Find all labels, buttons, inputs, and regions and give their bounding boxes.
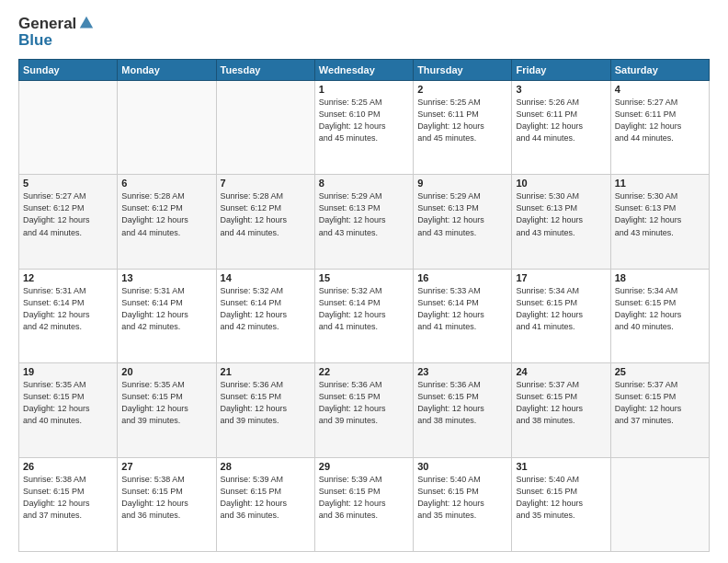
week-row-3: 19Sunrise: 5:35 AM Sunset: 6:15 PM Dayli… — [19, 363, 710, 457]
weekday-header-friday: Friday — [512, 60, 610, 81]
day-number: 17 — [516, 272, 606, 283]
day-number: 7 — [221, 178, 311, 189]
calendar-cell: 27Sunrise: 5:38 AM Sunset: 6:15 PM Dayli… — [118, 457, 216, 551]
calendar-cell — [610, 457, 709, 551]
calendar-cell: 26Sunrise: 5:38 AM Sunset: 6:15 PM Dayli… — [19, 457, 118, 551]
day-number: 21 — [221, 366, 311, 377]
day-number: 14 — [221, 272, 311, 283]
calendar-cell: 8Sunrise: 5:29 AM Sunset: 6:13 PM Daylig… — [314, 175, 413, 269]
day-number: 27 — [121, 461, 211, 472]
day-number: 4 — [615, 84, 705, 95]
cell-content: Sunrise: 5:35 AM Sunset: 6:15 PM Dayligh… — [23, 379, 113, 427]
calendar-cell: 13Sunrise: 5:31 AM Sunset: 6:14 PM Dayli… — [118, 269, 216, 362]
weekday-header-thursday: Thursday — [414, 60, 512, 81]
cell-content: Sunrise: 5:40 AM Sunset: 6:15 PM Dayligh… — [417, 474, 507, 522]
svg-marker-0 — [80, 17, 93, 29]
calendar-cell: 24Sunrise: 5:37 AM Sunset: 6:15 PM Dayli… — [512, 363, 610, 457]
cell-content: Sunrise: 5:39 AM Sunset: 6:15 PM Dayligh… — [319, 474, 409, 522]
weekday-header-tuesday: Tuesday — [216, 60, 314, 81]
calendar-cell: 16Sunrise: 5:33 AM Sunset: 6:14 PM Dayli… — [414, 269, 512, 362]
calendar-cell: 9Sunrise: 5:29 AM Sunset: 6:13 PM Daylig… — [414, 175, 512, 269]
calendar-cell: 30Sunrise: 5:40 AM Sunset: 6:15 PM Dayli… — [414, 457, 512, 551]
calendar-cell: 28Sunrise: 5:39 AM Sunset: 6:15 PM Dayli… — [216, 457, 314, 551]
day-number: 8 — [319, 178, 409, 189]
cell-content: Sunrise: 5:31 AM Sunset: 6:14 PM Dayligh… — [121, 285, 211, 333]
cell-content: Sunrise: 5:39 AM Sunset: 6:15 PM Dayligh… — [221, 474, 311, 522]
header: General Blue — [18, 15, 710, 50]
cell-content: Sunrise: 5:30 AM Sunset: 6:13 PM Dayligh… — [516, 190, 606, 238]
day-number: 18 — [615, 272, 705, 283]
day-number: 30 — [417, 461, 507, 472]
day-number: 22 — [319, 366, 409, 377]
calendar-cell: 29Sunrise: 5:39 AM Sunset: 6:15 PM Dayli… — [314, 457, 413, 551]
cell-content: Sunrise: 5:37 AM Sunset: 6:15 PM Dayligh… — [516, 379, 606, 427]
calendar-cell: 20Sunrise: 5:35 AM Sunset: 6:15 PM Dayli… — [118, 363, 216, 457]
logo-blue-text: Blue — [18, 31, 95, 50]
day-number: 24 — [516, 366, 606, 377]
day-number: 6 — [121, 178, 211, 189]
calendar-cell: 18Sunrise: 5:34 AM Sunset: 6:15 PM Dayli… — [610, 269, 709, 362]
cell-content: Sunrise: 5:34 AM Sunset: 6:15 PM Dayligh… — [615, 285, 705, 333]
day-number: 16 — [417, 272, 507, 283]
week-row-2: 12Sunrise: 5:31 AM Sunset: 6:14 PM Dayli… — [19, 269, 710, 362]
weekday-header-saturday: Saturday — [610, 60, 709, 81]
day-number: 11 — [615, 178, 705, 189]
cell-content: Sunrise: 5:36 AM Sunset: 6:15 PM Dayligh… — [417, 379, 507, 427]
day-number: 10 — [516, 178, 606, 189]
cell-content: Sunrise: 5:28 AM Sunset: 6:12 PM Dayligh… — [221, 190, 311, 238]
calendar-cell: 11Sunrise: 5:30 AM Sunset: 6:13 PM Dayli… — [610, 175, 709, 269]
day-number: 25 — [615, 366, 705, 377]
day-number: 3 — [516, 84, 606, 95]
week-row-4: 26Sunrise: 5:38 AM Sunset: 6:15 PM Dayli… — [19, 457, 710, 551]
cell-content: Sunrise: 5:35 AM Sunset: 6:15 PM Dayligh… — [121, 379, 211, 427]
cell-content: Sunrise: 5:36 AM Sunset: 6:15 PM Dayligh… — [319, 379, 409, 427]
cell-content: Sunrise: 5:27 AM Sunset: 6:12 PM Dayligh… — [23, 190, 113, 238]
calendar-cell: 12Sunrise: 5:31 AM Sunset: 6:14 PM Dayli… — [19, 269, 118, 362]
cell-content: Sunrise: 5:26 AM Sunset: 6:11 PM Dayligh… — [516, 97, 606, 144]
calendar-cell: 6Sunrise: 5:28 AM Sunset: 6:12 PM Daylig… — [118, 175, 216, 269]
week-row-1: 5Sunrise: 5:27 AM Sunset: 6:12 PM Daylig… — [19, 175, 710, 269]
calendar-cell: 2Sunrise: 5:25 AM Sunset: 6:11 PM Daylig… — [414, 81, 512, 175]
cell-content: Sunrise: 5:30 AM Sunset: 6:13 PM Dayligh… — [615, 190, 705, 238]
logo-icon — [78, 15, 95, 31]
week-row-0: 1Sunrise: 5:25 AM Sunset: 6:10 PM Daylig… — [19, 81, 710, 175]
calendar-cell: 31Sunrise: 5:40 AM Sunset: 6:15 PM Dayli… — [512, 457, 610, 551]
cell-content: Sunrise: 5:40 AM Sunset: 6:15 PM Dayligh… — [516, 474, 606, 522]
calendar-cell — [216, 81, 314, 175]
calendar-cell: 5Sunrise: 5:27 AM Sunset: 6:12 PM Daylig… — [19, 175, 118, 269]
day-number: 31 — [516, 461, 606, 472]
calendar-cell — [118, 81, 216, 175]
cell-content: Sunrise: 5:28 AM Sunset: 6:12 PM Dayligh… — [121, 190, 211, 238]
day-number: 12 — [23, 272, 113, 283]
day-number: 1 — [319, 84, 409, 95]
calendar-page: General Blue SundayMondayTuesdayWednesda… — [0, 0, 728, 563]
calendar-cell: 14Sunrise: 5:32 AM Sunset: 6:14 PM Dayli… — [216, 269, 314, 362]
day-number: 19 — [23, 366, 113, 377]
calendar-cell: 4Sunrise: 5:27 AM Sunset: 6:11 PM Daylig… — [610, 81, 709, 175]
day-number: 26 — [23, 461, 113, 472]
cell-content: Sunrise: 5:33 AM Sunset: 6:14 PM Dayligh… — [417, 285, 507, 333]
day-number: 23 — [417, 366, 507, 377]
calendar-cell — [19, 81, 118, 175]
calendar-cell: 1Sunrise: 5:25 AM Sunset: 6:10 PM Daylig… — [314, 81, 413, 175]
cell-content: Sunrise: 5:32 AM Sunset: 6:14 PM Dayligh… — [319, 285, 409, 333]
logo-general-text: General — [18, 15, 76, 33]
day-number: 9 — [417, 178, 507, 189]
cell-content: Sunrise: 5:38 AM Sunset: 6:15 PM Dayligh… — [121, 474, 211, 522]
cell-content: Sunrise: 5:25 AM Sunset: 6:11 PM Dayligh… — [417, 97, 507, 144]
calendar-cell: 21Sunrise: 5:36 AM Sunset: 6:15 PM Dayli… — [216, 363, 314, 457]
calendar-cell: 25Sunrise: 5:37 AM Sunset: 6:15 PM Dayli… — [610, 363, 709, 457]
cell-content: Sunrise: 5:29 AM Sunset: 6:13 PM Dayligh… — [417, 190, 507, 238]
calendar-cell: 3Sunrise: 5:26 AM Sunset: 6:11 PM Daylig… — [512, 81, 610, 175]
day-number: 5 — [23, 178, 113, 189]
day-number: 28 — [221, 461, 311, 472]
cell-content: Sunrise: 5:31 AM Sunset: 6:14 PM Dayligh… — [23, 285, 113, 333]
calendar-cell: 15Sunrise: 5:32 AM Sunset: 6:14 PM Dayli… — [314, 269, 413, 362]
weekday-header-sunday: Sunday — [19, 60, 118, 81]
day-number: 13 — [121, 272, 211, 283]
cell-content: Sunrise: 5:27 AM Sunset: 6:11 PM Dayligh… — [615, 97, 705, 144]
calendar-cell: 10Sunrise: 5:30 AM Sunset: 6:13 PM Dayli… — [512, 175, 610, 269]
cell-content: Sunrise: 5:29 AM Sunset: 6:13 PM Dayligh… — [319, 190, 409, 238]
day-number: 20 — [121, 366, 211, 377]
day-number: 29 — [319, 461, 409, 472]
